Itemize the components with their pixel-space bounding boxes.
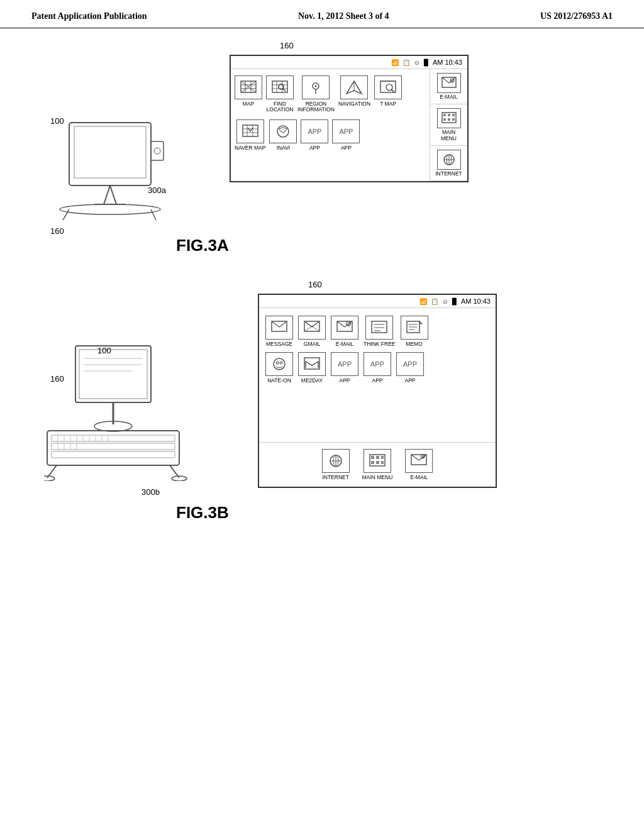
app-placeholder-1-3a[interactable]: APP APP xyxy=(301,119,328,151)
svg-rect-93 xyxy=(47,431,179,465)
svg-point-70 xyxy=(280,362,282,364)
app-map[interactable]: MAP xyxy=(235,75,262,113)
wifi-icon-3b: 📶 xyxy=(419,298,427,305)
screen-mockup-3b: 📶 📋 ☺ ▉ AM 10:43 MESSAGE xyxy=(258,294,497,488)
inavi-label: INAVI xyxy=(277,145,291,151)
doc-icon-3b: 📋 xyxy=(431,298,438,305)
me2day-icon-3b xyxy=(298,352,326,376)
svg-rect-37 xyxy=(448,118,450,121)
app-tmap[interactable]: T MAP xyxy=(374,75,402,113)
bottom-internet-label-3b: INTERNET xyxy=(322,475,349,480)
battery-icon-3a: ▉ xyxy=(424,59,429,66)
svg-rect-94 xyxy=(52,435,175,441)
app-placeholder-1-label-3a: APP xyxy=(309,145,320,151)
app-placeholder-3-label-3b: APP xyxy=(404,378,415,384)
map-icon xyxy=(235,75,262,99)
status-bar-3b: 📶 📋 ☺ ▉ AM 10:43 xyxy=(259,295,496,308)
app-find-location[interactable]: FINDLOCATION xyxy=(266,75,294,113)
sidebar-internet-3a[interactable]: INTERNET xyxy=(430,146,467,181)
screen-content-3a: MAP FINDLOCATION xyxy=(231,69,467,181)
sidebar-3a: @ E-MAIL MAINMENU xyxy=(430,69,467,181)
app-message-3b[interactable]: MESSAGE xyxy=(265,316,293,347)
label-160-left-3a: 160 xyxy=(50,226,64,236)
app-navigation[interactable]: NAVIGATION xyxy=(338,75,370,113)
app-thinkfree-3b[interactable]: THINK FREE xyxy=(364,316,396,347)
bottom-internet-3b[interactable]: INTERNET xyxy=(322,449,350,480)
svg-rect-33 xyxy=(443,114,446,116)
svg-rect-51 xyxy=(151,141,164,160)
app-placeholder-1-icon-3b: APP xyxy=(331,352,358,376)
internet-sidebar-icon-3a xyxy=(437,150,461,170)
bottom-bar-3b: INTERNET MAIN MENU @ E-MAIL xyxy=(259,442,496,487)
map-label: MAP xyxy=(243,101,254,107)
svg-rect-35 xyxy=(452,114,455,116)
app-placeholder-2-3a[interactable]: APP APP xyxy=(332,119,360,151)
device-drawing-3b xyxy=(44,343,220,484)
header-middle: Nov. 1, 2012 Sheet 3 of 4 xyxy=(298,11,389,21)
app-placeholder-1-3b[interactable]: APP APP xyxy=(331,352,358,384)
thinkfree-label-3b: THINK FREE xyxy=(364,341,396,347)
email-label-3b: E-MAIL xyxy=(336,341,353,347)
app-placeholder-2-3b[interactable]: APP APP xyxy=(364,352,391,384)
device-drawing-3a xyxy=(50,116,208,232)
app-row1-3a: MAP FINDLOCATION xyxy=(235,75,426,113)
time-3a: AM 10:43 xyxy=(433,58,462,66)
svg-line-49 xyxy=(63,209,69,220)
app-me2day-3b[interactable]: ME2DAY xyxy=(298,352,326,384)
app-placeholder-2-icon-3a: APP xyxy=(332,119,360,143)
svg-rect-77 xyxy=(371,456,374,459)
naver-map-icon xyxy=(236,119,264,143)
app-gmail-3b[interactable]: GMAIL xyxy=(298,316,326,347)
email-icon-3b: @ xyxy=(331,316,358,340)
svg-rect-86 xyxy=(75,346,151,402)
tmap-icon xyxy=(374,75,402,99)
svg-rect-79 xyxy=(381,456,384,459)
wifi-icon-3a: 📶 xyxy=(391,59,399,66)
bottom-mainmenu-3b[interactable]: MAIN MENU xyxy=(362,449,393,480)
label-300a: 300a xyxy=(148,185,166,195)
svg-line-22 xyxy=(391,89,394,92)
globe-icon-3a: ☺ xyxy=(414,59,420,66)
bottom-email-3b[interactable]: @ E-MAIL xyxy=(405,449,433,480)
gmail-label-3b: GMAIL xyxy=(304,341,320,347)
find-location-label: FINDLOCATION xyxy=(267,101,294,113)
memo-label-3b: MEMO xyxy=(406,341,422,347)
device-svg-3b xyxy=(44,343,220,481)
message-icon-3b xyxy=(265,316,293,340)
app-placeholder-2-label-3a: APP xyxy=(341,145,352,151)
svg-point-69 xyxy=(276,362,279,364)
tmap-label: T MAP xyxy=(380,101,396,107)
app-memo-3b[interactable]: MEMO xyxy=(401,316,428,347)
navigation-label: NAVIGATION xyxy=(338,101,370,107)
email-sidebar-label-3a: E-MAIL xyxy=(440,94,457,100)
patent-header: Patent Application Publication Nov. 1, 2… xyxy=(0,0,644,28)
svg-text:@: @ xyxy=(451,79,454,82)
app-placeholder-3-3b[interactable]: APP APP xyxy=(396,352,424,384)
app-placeholder-1-icon-3a: APP xyxy=(301,119,328,143)
app-region-info[interactable]: REGIONINFORMATION xyxy=(297,75,335,113)
app-inavi[interactable]: INAVI xyxy=(269,119,297,151)
app-row1-3b: MESSAGE GMAIL @ E-MAIL xyxy=(259,308,496,352)
app-naver-map[interactable]: NAVER MAP xyxy=(235,119,265,151)
app-email-3b[interactable]: @ E-MAIL xyxy=(331,316,358,347)
bottom-mainmenu-label-3b: MAIN MENU xyxy=(362,475,393,480)
device-svg-3a xyxy=(50,116,208,230)
ref-160-fig3b-top: 160 xyxy=(308,280,322,289)
screen-3b: 📶 📋 ☺ ▉ AM 10:43 MESSAGE xyxy=(258,294,497,488)
svg-line-13 xyxy=(283,89,286,91)
battery-icon-3b: ▉ xyxy=(452,298,457,305)
svg-text:@: @ xyxy=(347,322,350,326)
sidebar-email-3a[interactable]: @ E-MAIL xyxy=(430,69,467,104)
svg-rect-19 xyxy=(380,81,396,92)
label-160-3b: 160 xyxy=(50,374,64,384)
app-placeholder-3-icon-3b: APP xyxy=(396,352,424,376)
app-nateon-3b[interactable]: NATE-ON xyxy=(265,352,293,384)
svg-point-52 xyxy=(154,148,160,154)
bottom-email-label-3b: E-MAIL xyxy=(410,475,428,480)
bottom-internet-icon-3b xyxy=(322,449,350,473)
region-info-icon xyxy=(302,75,330,99)
header-left: Patent Application Publication xyxy=(31,11,147,21)
sidebar-mainmenu-3a[interactable]: MAINMENU xyxy=(430,104,467,146)
naver-map-label: NAVER MAP xyxy=(235,145,265,151)
svg-point-112 xyxy=(44,476,55,481)
